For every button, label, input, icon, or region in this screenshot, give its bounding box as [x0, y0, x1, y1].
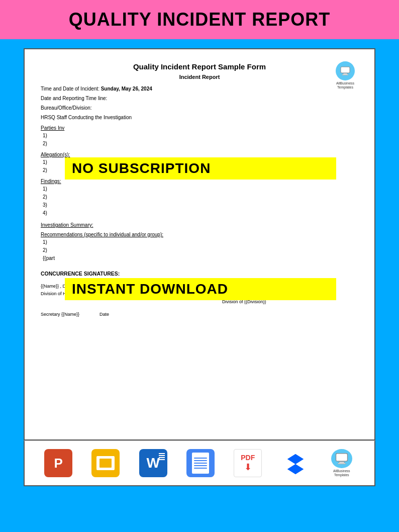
allbiz-monitor-svg	[335, 452, 349, 466]
google-docs-icon[interactable]	[185, 448, 216, 478]
parties-section-label: Parties Inv	[41, 125, 358, 131]
recommendations-item-2: 2)	[43, 246, 358, 254]
parties-item-2: 2)	[43, 140, 358, 148]
reporting-timeline-field: Date and Reporting Time line:	[41, 95, 358, 102]
findings-item-2: 2)	[43, 193, 358, 201]
ppt-letter: P	[54, 456, 62, 471]
svg-rect-2	[342, 74, 348, 75]
svg-rect-0	[341, 67, 350, 73]
allbusiness-templates-icon[interactable]: AllBusinessTemplates	[328, 449, 356, 477]
time-date-field: Time and Date of Incident: Sunday, May 2…	[41, 85, 358, 93]
allbiz-monitor-icon	[331, 449, 352, 468]
doc-header: Quality Incident Report Sample Form AllB…	[41, 61, 358, 71]
recommendations-section-label: Recommendations (specific to individual …	[41, 232, 358, 237]
page-title: QUALITY INCIDENT REPORT	[5, 9, 394, 30]
pdf-text: PDF	[241, 454, 255, 462]
gslides-inner	[96, 456, 115, 470]
instant-download-badge: INSTANT DOWNLOAD	[65, 278, 336, 300]
dropbox-svg	[282, 450, 309, 476]
word-icon[interactable]: W	[138, 448, 168, 478]
word-letter: W	[146, 455, 159, 471]
allbiz-logo-icon	[336, 61, 355, 80]
doc-title: Quality Incident Report Sample Form	[41, 61, 358, 71]
secretary-date: Date	[99, 312, 109, 317]
findings-item-1: 1)	[43, 185, 358, 193]
gslides-box	[99, 459, 112, 468]
signatures-title: CONCURRENCE SIGNATURES:	[41, 271, 358, 277]
time-date-label: Time and Date of Incident:	[41, 86, 99, 92]
findings-item-4: 4)	[43, 209, 358, 217]
main-area: NO SUBSCRIPTION INSTANT DOWNLOAD Quality…	[0, 39, 399, 491]
svg-rect-7	[336, 454, 347, 461]
document-container: NO SUBSCRIPTION INSTANT DOWNLOAD Quality…	[24, 48, 375, 440]
recommendations-item-1: 1)	[43, 238, 358, 246]
hrsq-label: HRSQ Staff Conducting the Investigation	[41, 115, 132, 120]
reporting-timeline-label: Date and Reporting Time line:	[41, 96, 107, 101]
monitor-icon	[340, 65, 351, 76]
secretary-name: Secretary {{Name}}	[41, 312, 79, 317]
incident-report-label: Incident Report	[41, 74, 358, 80]
svg-rect-8	[339, 462, 344, 464]
svg-rect-9	[338, 463, 345, 464]
gdocs-inner	[192, 453, 209, 474]
no-subscription-badge: NO SUBSCRIPTION	[65, 157, 336, 180]
logo-box: AllBusinessTemplates	[332, 61, 358, 90]
bureau-field: Bureau/Office/Division:	[41, 104, 358, 112]
pdf-icon[interactable]: PDF ⬇	[233, 448, 263, 478]
header-banner: QUALITY INCIDENT REPORT	[0, 0, 399, 39]
svg-rect-1	[343, 73, 347, 74]
footer-icons-bar: P W	[24, 440, 375, 486]
time-date-value: Sunday, May 26, 2024	[101, 86, 152, 92]
powerpoint-icon[interactable]: P	[43, 448, 73, 478]
allbiz-footer-label: AllBusinessTemplates	[333, 469, 350, 477]
allegations-section-label: Allegation(s):	[41, 152, 358, 157]
findings-item-3: 3)	[43, 201, 358, 209]
part-template: {{part	[43, 254, 358, 262]
pdf-download-arrow: ⬇	[241, 462, 255, 473]
logo-text: AllBusinessTemplates	[332, 81, 358, 90]
hrsq-field: HRSQ Staff Conducting the Investigation	[41, 114, 358, 121]
bureau-label: Bureau/Office/Division:	[41, 105, 92, 111]
google-slides-icon[interactable]	[90, 448, 121, 478]
parties-item-1: 1)	[43, 132, 358, 140]
dropbox-icon[interactable]	[280, 448, 311, 478]
pdf-inner: PDF ⬇	[241, 454, 255, 473]
investigation-summary-label: Investigation Summary:	[41, 222, 358, 228]
